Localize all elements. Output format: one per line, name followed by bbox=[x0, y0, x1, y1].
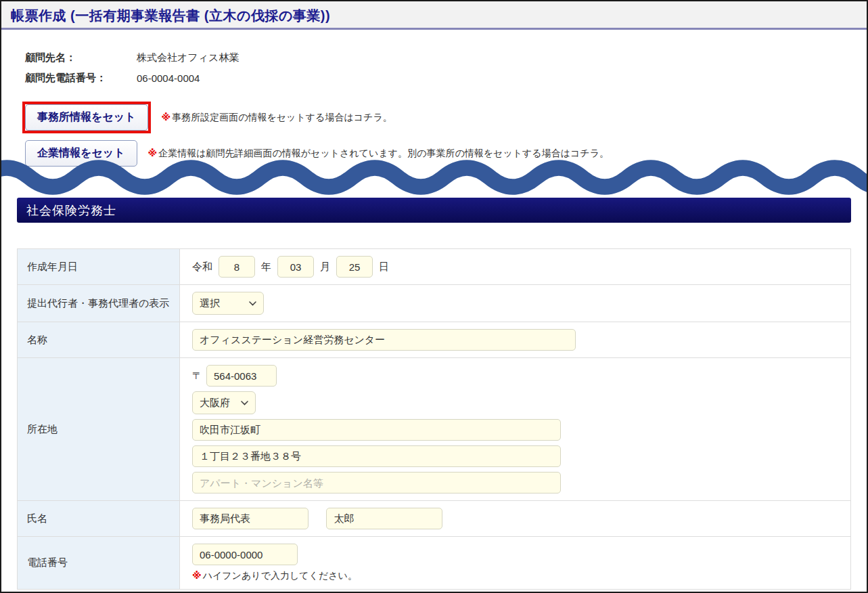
prefecture-select[interactable]: 大阪府 bbox=[192, 391, 256, 414]
office-note-mark: ※ bbox=[162, 112, 171, 123]
agent-display-label: 提出代行者・事務代理者の表示 bbox=[18, 285, 180, 322]
office-name-input[interactable] bbox=[192, 329, 576, 351]
agent-display-selected: 選択 bbox=[200, 297, 220, 310]
prefecture-line: 大阪府 bbox=[192, 391, 838, 414]
section-header: 社会保険労務士 bbox=[17, 198, 851, 223]
street-input[interactable] bbox=[192, 445, 561, 467]
day-unit: 日 bbox=[379, 261, 389, 273]
table-row-address: 所在地 〒 大阪府 bbox=[18, 358, 851, 501]
agent-display-select[interactable]: 選択 bbox=[192, 292, 264, 315]
era-label: 令和 bbox=[192, 261, 212, 273]
client-name-row: 顧問先名： 株式会社オフィス林業 bbox=[25, 47, 867, 68]
company-note: ※企業情報は顧問先詳細画面の情報がセットされています。別の事業所の情報をセットす… bbox=[148, 148, 610, 160]
person-name-label: 氏名 bbox=[18, 501, 180, 537]
highlight-box: 事務所情報をセット bbox=[22, 102, 151, 133]
building-input[interactable] bbox=[192, 472, 561, 493]
last-name-input[interactable] bbox=[192, 508, 309, 529]
chevron-down-icon bbox=[249, 301, 256, 306]
first-name-input[interactable] bbox=[326, 508, 442, 529]
company-note-text: 企業情報は顧問先詳細画面の情報がセットされています。別の事業所の情報をセットする… bbox=[158, 148, 609, 158]
table-row-phone: 電話番号 ※ハイフンありで入力してください。 bbox=[18, 537, 851, 590]
month-unit: 月 bbox=[320, 261, 330, 273]
client-name-value: 株式会社オフィス林業 bbox=[137, 51, 239, 64]
city-input[interactable] bbox=[192, 419, 561, 441]
office-action-row: 事務所情報をセット ※事務所設定画面の情報をセットする場合はコチラ。 bbox=[25, 102, 867, 133]
client-info: 顧問先名： 株式会社オフィス林業 顧問先電話番号： 06-0004-0004 bbox=[25, 47, 867, 88]
prefecture-selected: 大阪府 bbox=[200, 397, 230, 410]
year-unit: 年 bbox=[261, 261, 271, 273]
table-row-person-name: 氏名 bbox=[18, 501, 851, 537]
table-row-agent-display: 提出代行者・事務代理者の表示 選択 bbox=[18, 285, 851, 322]
postal-mark: 〒 bbox=[192, 370, 202, 382]
chevron-down-icon bbox=[241, 401, 248, 405]
office-note: ※事務所設定画面の情報をセットする場合はコチラ。 bbox=[162, 112, 392, 124]
year-input[interactable] bbox=[219, 256, 255, 278]
table-row-creation-date: 作成年月日 令和 年 月 日 bbox=[18, 249, 851, 285]
client-phone-value: 06-0004-0004 bbox=[137, 72, 200, 84]
phone-note: ※ハイフンありで入力してください。 bbox=[192, 570, 838, 582]
set-company-info-button[interactable]: 企業情報をセット bbox=[25, 140, 137, 167]
address-stack: 〒 大阪府 bbox=[192, 365, 838, 493]
client-name-label: 顧問先名： bbox=[25, 51, 137, 64]
company-action-row: 企業情報をセット ※企業情報は顧問先詳細画面の情報がセットされています。別の事業… bbox=[25, 140, 867, 167]
address-label: 所在地 bbox=[18, 358, 180, 501]
office-name-label: 名称 bbox=[18, 322, 180, 358]
page-title: 帳票作成 (一括有期事業報告書 (立木の伐採の事業)) bbox=[11, 7, 867, 25]
company-note-mark: ※ bbox=[148, 148, 158, 158]
sharoushi-form-table: 作成年月日 令和 年 月 日 提出代行者・事務代理者の表示 選択 bbox=[17, 248, 851, 590]
set-office-info-button[interactable]: 事務所情報をセット bbox=[25, 104, 148, 131]
client-phone-label: 顧問先電話番号： bbox=[25, 72, 137, 85]
postal-code-input[interactable] bbox=[206, 365, 277, 387]
day-input[interactable] bbox=[336, 256, 373, 278]
postal-line: 〒 bbox=[192, 365, 838, 387]
section-title: 社会保険労務士 bbox=[26, 202, 116, 219]
office-note-text: 事務所設定画面の情報をセットする場合はコチラ。 bbox=[172, 112, 392, 123]
phone-note-mark: ※ bbox=[192, 570, 202, 581]
phone-note-text: ハイフンありで入力してください。 bbox=[203, 570, 357, 581]
phone-label: 電話番号 bbox=[18, 537, 180, 590]
date-line: 令和 年 月 日 bbox=[192, 256, 838, 278]
phone-input[interactable] bbox=[192, 544, 298, 565]
page-header: 帳票作成 (一括有期事業報告書 (立木の伐採の事業)) bbox=[1, 1, 867, 30]
creation-date-label: 作成年月日 bbox=[18, 249, 180, 285]
month-input[interactable] bbox=[277, 256, 314, 278]
table-row-office-name: 名称 bbox=[18, 322, 851, 358]
client-phone-row: 顧問先電話番号： 06-0004-0004 bbox=[25, 68, 867, 88]
